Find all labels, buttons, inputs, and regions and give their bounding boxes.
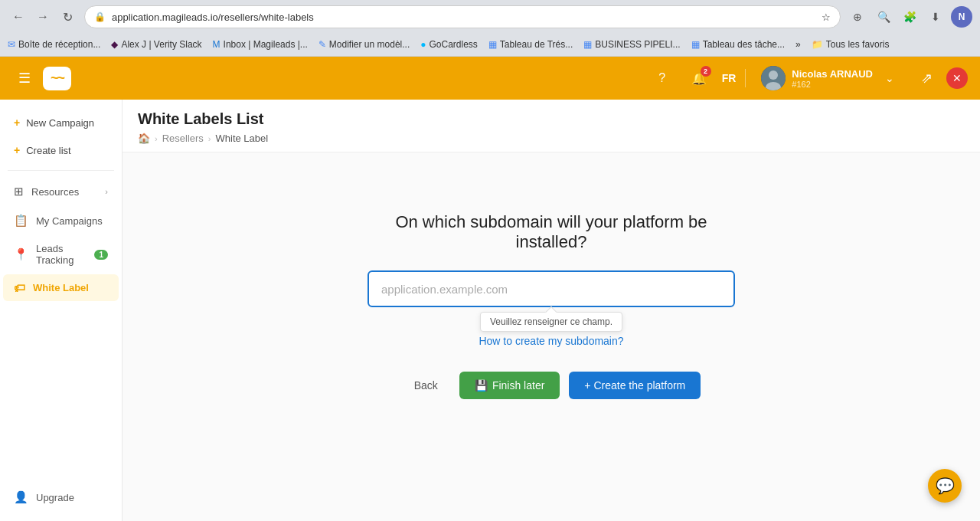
bookmark-more[interactable]: » xyxy=(795,39,801,50)
leads-badge: 1 xyxy=(94,250,108,260)
chat-icon: 💬 xyxy=(936,477,955,495)
create-list-label: Create list xyxy=(26,145,71,156)
leads-icon: 📍 xyxy=(14,247,28,261)
separator xyxy=(8,170,114,171)
sidebar: + New Campaign + Create list ⊞ Resources… xyxy=(0,100,122,521)
breadcrumb: 🏠 › Resellers › White Label xyxy=(138,133,965,144)
resources-label: Resources xyxy=(31,186,79,198)
top-navigation: ☰ ~~ ? 🔔 2 FR xyxy=(0,57,980,100)
bookmark-all[interactable]: 📁Tous les favoris xyxy=(812,39,890,50)
help-link[interactable]: How to create my subdomain? xyxy=(360,335,743,347)
form-question: On which subdomain will your platform be… xyxy=(360,212,743,252)
browser-toolbar: ← → ↻ 🔒 application.magileads.io/reselle… xyxy=(0,0,980,34)
address-bar[interactable]: 🔒 application.magileads.io/resellers/whi… xyxy=(84,5,841,28)
expand-button[interactable]: ⇗ xyxy=(916,67,937,89)
page-title: White Labels List xyxy=(138,110,965,128)
user-menu-expand[interactable]: ⌄ xyxy=(879,67,900,89)
forward-button[interactable]: → xyxy=(32,6,54,28)
leads-label: Leads Tracking xyxy=(36,243,87,266)
chevron-icon: › xyxy=(105,187,108,196)
resources-icon: ⊞ xyxy=(14,185,24,198)
extensions-icon[interactable]: 🧩 xyxy=(899,6,920,28)
campaigns-icon: 📋 xyxy=(14,214,28,228)
bookmark-gocardless[interactable]: ● GoCardless xyxy=(420,39,478,50)
bookmark-modifier[interactable]: ✎ Modifier un modèl... xyxy=(318,39,410,50)
logo-symbol: ~~ xyxy=(51,70,64,87)
search-icon[interactable]: 🔍 xyxy=(873,6,894,28)
breadcrumb-sep2: › xyxy=(208,134,211,143)
refresh-button[interactable]: ↻ xyxy=(57,6,78,28)
logo-box: ~~ xyxy=(43,67,71,90)
chat-bubble[interactable]: 💬 xyxy=(928,469,962,503)
form-actions: Back 💾 Finish later + Create the platfor… xyxy=(360,372,743,399)
sidebar-item-upgrade[interactable]: 👤 Upgrade xyxy=(3,483,119,511)
language-selector[interactable]: FR xyxy=(722,72,737,84)
plus-icon-list: + xyxy=(14,144,20,156)
user-info: Nicolas ARNAUD #162 xyxy=(792,68,873,89)
close-button[interactable]: ✕ xyxy=(946,67,968,89)
sidebar-item-resources[interactable]: ⊞ Resources › xyxy=(3,178,119,205)
avatar xyxy=(761,66,786,90)
svg-point-1 xyxy=(769,70,778,80)
url-text: application.magileads.io/resellers/white… xyxy=(112,11,815,23)
bookmark-pipeline[interactable]: ▦ BUSINESS PIPELI... xyxy=(583,39,680,50)
bookmark-tableau1[interactable]: ▦ Tableau de Trés... xyxy=(488,39,573,50)
bookmarks-bar: ✉ Boîte de réception... ◆ Alex J | Verit… xyxy=(0,34,980,57)
nav-divider xyxy=(745,69,746,87)
back-button[interactable]: Back xyxy=(402,372,450,399)
help-button[interactable]: ? xyxy=(648,64,676,92)
profile-icon[interactable]: N xyxy=(951,6,972,28)
finish-label: Finish later xyxy=(492,379,544,392)
white-label-label: White Label xyxy=(33,282,89,293)
browser-toolbar-icons: ⊕ 🔍 🧩 ⬇ N xyxy=(847,6,972,28)
browser-nav-buttons: ← → ↻ xyxy=(8,6,78,28)
input-wrapper: Veuillez renseigner ce champ. xyxy=(360,270,743,307)
sidebar-item-leads[interactable]: 📍 Leads Tracking 1 xyxy=(3,236,119,273)
star-icon[interactable]: ☆ xyxy=(822,11,831,23)
lock-icon: 🔒 xyxy=(94,11,106,22)
bookmark-magileads[interactable]: M Inbox | Magileads |... xyxy=(213,39,308,50)
breadcrumb-home[interactable]: 🏠 xyxy=(138,133,150,144)
translate-icon[interactable]: ⊕ xyxy=(847,6,868,28)
logo: ~~ xyxy=(43,67,71,90)
notifications-button[interactable]: 🔔 2 xyxy=(685,64,713,92)
plus-icon: + xyxy=(14,116,20,129)
create-list-button[interactable]: + Create list xyxy=(3,137,119,163)
download-icon[interactable]: ⬇ xyxy=(925,6,946,28)
validation-text: Veuillez renseigner ce champ. xyxy=(490,316,612,327)
collapse-button[interactable]: ☰ xyxy=(12,66,37,90)
breadcrumb-resellers[interactable]: Resellers xyxy=(162,133,204,144)
bookmark-inbox[interactable]: ✉ Boîte de réception... xyxy=(8,39,100,50)
sidebar-item-campaigns[interactable]: 📋 My Campaigns xyxy=(3,207,119,234)
validation-tooltip: Veuillez renseigner ce champ. xyxy=(480,312,622,332)
new-campaign-button[interactable]: + New Campaign xyxy=(3,110,119,136)
form-container: On which subdomain will your platform be… xyxy=(360,212,743,399)
app: ☰ ~~ ? 🔔 2 FR xyxy=(0,57,980,521)
avatar-icon xyxy=(761,66,786,90)
create-label: + Create the platform xyxy=(584,379,685,392)
content-area: White Labels List 🏠 › Resellers › White … xyxy=(122,100,980,521)
nav-left: ☰ ~~ xyxy=(12,66,71,90)
finish-later-button[interactable]: 💾 Finish later xyxy=(459,372,560,399)
notification-count: 2 xyxy=(701,66,711,77)
nav-right: ? 🔔 2 FR Nicolas ARNAUD #162 xyxy=(648,63,968,93)
back-button[interactable]: ← xyxy=(8,6,29,28)
finish-icon: 💾 xyxy=(475,379,488,392)
main-area: + New Campaign + Create list ⊞ Resources… xyxy=(0,100,980,521)
content-body: On which subdomain will your platform be… xyxy=(122,152,980,459)
sidebar-item-white-label[interactable]: 🏷 White Label xyxy=(3,274,119,301)
breadcrumb-sep1: › xyxy=(155,134,158,143)
breadcrumb-current: White Label xyxy=(216,133,269,144)
browser-chrome: ← → ↻ 🔒 application.magileads.io/reselle… xyxy=(0,0,980,57)
new-campaign-label: New Campaign xyxy=(26,117,94,129)
subdomain-input[interactable] xyxy=(368,270,735,307)
user-name: Nicolas ARNAUD xyxy=(792,68,873,80)
page-header: White Labels List 🏠 › Resellers › White … xyxy=(122,100,980,152)
upgrade-label: Upgrade xyxy=(36,492,74,503)
create-platform-button[interactable]: + Create the platform xyxy=(569,372,701,399)
white-label-icon: 🏷 xyxy=(14,281,25,294)
bookmark-slack[interactable]: ◆ Alex J | Verity Slack xyxy=(111,39,201,50)
bookmark-tableau2[interactable]: ▦ Tableau des tâche... xyxy=(691,39,785,50)
user-menu[interactable]: Nicolas ARNAUD #162 ⌄ xyxy=(755,63,906,93)
campaigns-label: My Campaigns xyxy=(36,215,103,227)
